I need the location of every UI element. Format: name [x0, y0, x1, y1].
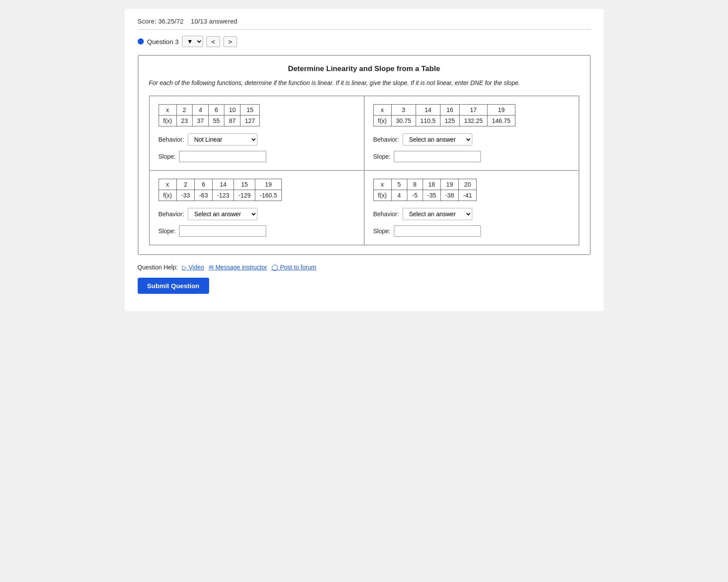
message-label: Message instructor — [215, 264, 267, 271]
fx3-fn3: -123 — [213, 190, 234, 201]
video-icon: ▷ — [182, 264, 187, 271]
x4-fn4: 19 — [440, 179, 458, 190]
slope-input-fn3[interactable] — [179, 225, 266, 237]
slope-input-fn2[interactable] — [394, 151, 481, 162]
x3-fn4: 18 — [423, 179, 440, 190]
function-cell-2: x 3 14 16 17 19 f(x) 30.75 110.5 125 132… — [364, 96, 579, 170]
x3-fn2: 16 — [440, 105, 459, 116]
slope-label-fn4: Slope: — [373, 228, 391, 235]
table-fn1: x 2 4 6 10 15 f(x) 23 37 55 87 127 — [159, 104, 260, 126]
behavior-select-fn2[interactable]: Select an answer Linear Not Linear — [403, 133, 472, 146]
behavior-select-fn4[interactable]: Select an answer Linear Not Linear — [403, 208, 472, 220]
fx1-fn1: 23 — [176, 116, 193, 126]
fx5-fn4: -41 — [459, 190, 477, 201]
question-help: Question Help: ▷ Video ✉ Message instruc… — [138, 264, 591, 271]
behavior-label-fn2: Behavior: — [373, 136, 399, 143]
fx3-fn4: -35 — [423, 190, 440, 201]
prev-button[interactable]: < — [207, 36, 220, 47]
behavior-label-fn4: Behavior: — [373, 211, 399, 218]
table-fn4: x 5 8 18 19 20 f(x) 4 -5 -35 -38 -41 — [373, 179, 477, 201]
score-text: Score: 36.25/72 — [138, 17, 184, 25]
slope-label-fn1: Slope: — [159, 153, 176, 160]
fx4-fn1: 87 — [224, 116, 240, 126]
card-title: Determine Linearity and Slope from a Tab… — [149, 65, 579, 73]
x-label-fn2: x — [373, 105, 391, 116]
message-icon: ✉ — [209, 264, 214, 271]
x5-fn4: 20 — [459, 179, 477, 190]
fx-label-fn1: f(x) — [159, 116, 176, 126]
post-icon: ◯ — [271, 264, 278, 271]
x-label-fn1: x — [159, 105, 176, 116]
x4-fn3: 15 — [234, 179, 255, 190]
slope-input-fn1[interactable] — [179, 151, 266, 162]
video-link[interactable]: ▷ Video — [182, 264, 204, 271]
table-fn2: x 3 14 16 17 19 f(x) 30.75 110.5 125 132… — [373, 104, 515, 126]
next-button[interactable]: > — [223, 36, 237, 47]
x5-fn2: 19 — [488, 105, 515, 116]
behavior-select-fn1[interactable]: Not Linear Select an answer Linear — [188, 133, 257, 146]
message-link[interactable]: ✉ Message instructor — [209, 264, 267, 271]
x1-fn3: 2 — [176, 179, 194, 190]
x-label-fn3: x — [159, 179, 176, 190]
x1-fn2: 3 — [391, 105, 416, 116]
fx4-fn2: 132.25 — [460, 116, 488, 126]
behavior-row-fn3: Behavior: Select an answer Linear Not Li… — [159, 208, 355, 220]
function-cell-4: x 5 8 18 19 20 f(x) 4 -5 -35 -38 -41 — [364, 170, 579, 245]
fx2-fn3: -63 — [194, 190, 212, 201]
x1-fn4: 5 — [391, 179, 407, 190]
slope-input-fn4[interactable] — [394, 225, 481, 237]
fx1-fn2: 30.75 — [391, 116, 416, 126]
fx3-fn2: 125 — [440, 116, 459, 126]
question-nav: Question 3 ▼ < > — [138, 36, 591, 47]
fx2-fn2: 110.5 — [416, 116, 440, 126]
behavior-row-fn1: Behavior: Not Linear Select an answer Li… — [159, 133, 355, 146]
card-instruction: For each of the following functions, det… — [149, 78, 579, 88]
fx2-fn4: -5 — [407, 190, 423, 201]
slope-row-fn2: Slope: — [373, 151, 570, 162]
function-cell-1: x 2 4 6 10 15 f(x) 23 37 55 87 127 — [149, 96, 364, 170]
x3-fn1: 6 — [208, 105, 224, 116]
table-fn3: x 2 6 14 15 19 f(x) -33 -63 -123 -129 -1… — [159, 179, 282, 201]
x1-fn1: 2 — [176, 105, 193, 116]
post-link[interactable]: ◯ Post to forum — [271, 264, 316, 271]
fx4-fn3: -129 — [234, 190, 255, 201]
function-cell-3: x 2 6 14 15 19 f(x) -33 -63 -123 -129 -1… — [149, 170, 364, 245]
slope-row-fn3: Slope: — [159, 225, 355, 237]
answered-text: 10/13 answered — [191, 17, 237, 25]
fx3-fn1: 55 — [208, 116, 224, 126]
post-label: Post to forum — [280, 264, 316, 271]
functions-grid: x 2 4 6 10 15 f(x) 23 37 55 87 127 — [149, 95, 579, 245]
page-container: Score: 36.25/72 10/13 answered Question … — [125, 9, 604, 311]
fx1-fn4: 4 — [391, 190, 407, 201]
main-card: Determine Linearity and Slope from a Tab… — [138, 55, 591, 255]
fx-label-fn4: f(x) — [373, 190, 391, 201]
x4-fn2: 17 — [460, 105, 488, 116]
behavior-label-fn1: Behavior: — [159, 136, 184, 143]
slope-label-fn2: Slope: — [373, 153, 391, 160]
slope-label-fn3: Slope: — [159, 228, 176, 235]
x2-fn2: 14 — [416, 105, 440, 116]
x3-fn3: 14 — [213, 179, 234, 190]
fx-label-fn3: f(x) — [159, 190, 176, 201]
fx-label-fn2: f(x) — [373, 116, 391, 126]
behavior-row-fn2: Behavior: Select an answer Linear Not Li… — [373, 133, 570, 146]
x5-fn3: 19 — [255, 179, 282, 190]
question-select[interactable]: ▼ — [182, 36, 203, 47]
behavior-row-fn4: Behavior: Select an answer Linear Not Li… — [373, 208, 570, 220]
behavior-select-fn3[interactable]: Select an answer Linear Not Linear — [188, 208, 257, 220]
fx5-fn3: -160.5 — [255, 190, 282, 201]
fx5-fn1: 127 — [240, 116, 260, 126]
fx4-fn4: -38 — [440, 190, 458, 201]
score-line: Score: 36.25/72 10/13 answered — [138, 17, 591, 30]
x4-fn1: 10 — [224, 105, 240, 116]
video-label: Video — [189, 264, 204, 271]
question-label: Question 3 — [147, 38, 179, 45]
question-dot — [138, 38, 144, 44]
x2-fn4: 8 — [407, 179, 423, 190]
x5-fn1: 15 — [240, 105, 260, 116]
fx5-fn2: 146.75 — [488, 116, 515, 126]
submit-button[interactable]: Submit Question — [138, 278, 209, 294]
x-label-fn4: x — [373, 179, 391, 190]
x2-fn3: 6 — [194, 179, 212, 190]
behavior-label-fn3: Behavior: — [159, 211, 184, 218]
